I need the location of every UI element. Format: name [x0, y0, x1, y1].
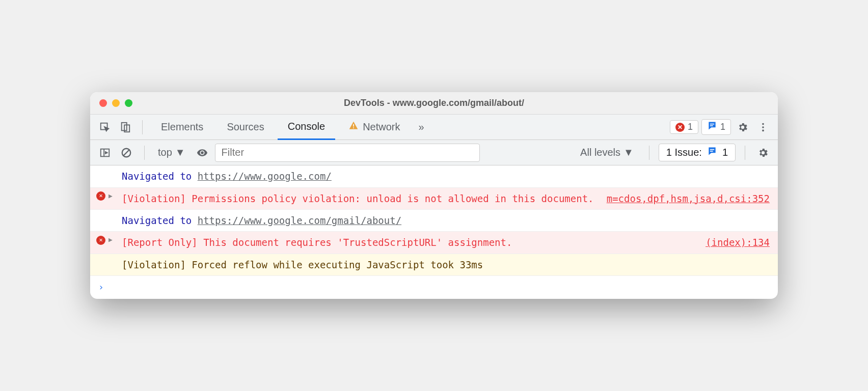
navigation-message: Navigated to https://www.google.com/: [90, 165, 778, 187]
svg-rect-4: [353, 127, 354, 128]
nav-url[interactable]: https://www.google.com/gmail/about/: [198, 215, 401, 226]
error-count: 1: [688, 122, 693, 132]
expand-toggle-icon[interactable]: ▶: [108, 191, 113, 202]
tab-network-label: Network: [363, 121, 400, 133]
tab-console[interactable]: Console: [278, 115, 335, 140]
tab-sources[interactable]: Sources: [216, 115, 274, 140]
error-text: [Report Only] This document requires 'Tr…: [122, 235, 695, 250]
more-tabs-button[interactable]: »: [414, 115, 429, 140]
navigation-message: Navigated to https://www.google.com/gmai…: [90, 210, 778, 232]
error-icon: ✕: [675, 123, 685, 132]
source-link[interactable]: m=cdos,dpf,hsm,jsa,d,csi:352: [607, 191, 770, 206]
main-tabbar: Elements Sources Console Network » ✕ 1 1: [90, 115, 778, 140]
maximize-window-button[interactable]: [125, 99, 132, 107]
inspect-element-icon[interactable]: [96, 119, 114, 136]
error-message: ✕ ▶ [Report Only] This document requires…: [90, 232, 778, 254]
nav-prefix: Navigated to: [122, 215, 198, 226]
separator: [745, 146, 745, 160]
traffic-lights: [99, 99, 132, 107]
error-icon: ✕: [96, 191, 105, 201]
separator: [144, 146, 145, 160]
console-toolbar: top ▼ All levels ▼ 1 Issue: 1: [90, 140, 778, 165]
svg-point-7: [762, 123, 764, 125]
clear-console-icon[interactable]: [118, 144, 135, 161]
warning-text: [Violation] Forced reflow while executin…: [122, 257, 770, 272]
titlebar: DevTools - www.google.com/gmail/about/: [90, 92, 778, 115]
chevron-down-icon: ▼: [623, 147, 634, 158]
execution-context-selector[interactable]: top ▼: [154, 147, 189, 158]
levels-label: All levels: [580, 147, 620, 158]
svg-rect-5: [710, 124, 714, 125]
error-count-badge[interactable]: ✕ 1: [670, 120, 698, 134]
svg-point-8: [762, 126, 764, 128]
svg-rect-6: [710, 125, 713, 126]
window-title: DevTools - www.google.com/gmail/about/: [90, 98, 778, 108]
minimize-window-button[interactable]: [112, 99, 120, 107]
error-message: ✕ ▶ [Violation] Permissions policy viola…: [90, 188, 778, 210]
sidebar-toggle-icon[interactable]: [96, 144, 114, 161]
svg-rect-12: [710, 149, 714, 150]
issues-button[interactable]: 1 Issue: 1: [659, 144, 736, 161]
filter-input[interactable]: [215, 144, 480, 162]
tab-network[interactable]: Network: [338, 115, 410, 140]
settings-icon[interactable]: [734, 119, 751, 136]
source-link[interactable]: (index):134: [706, 235, 770, 250]
message-count: 1: [720, 122, 725, 132]
svg-rect-13: [710, 151, 713, 152]
expand-toggle-icon[interactable]: ▶: [108, 235, 113, 245]
log-levels-selector[interactable]: All levels ▼: [574, 147, 640, 158]
issues-count: 1: [722, 147, 728, 158]
error-text: [Violation] Permissions policy violation…: [122, 191, 596, 206]
tab-elements[interactable]: Elements: [151, 115, 213, 140]
message-icon: [707, 121, 717, 133]
live-expression-icon[interactable]: [194, 144, 211, 161]
console-log-area: Navigated to https://www.google.com/ ✕ ▶…: [90, 165, 778, 299]
nav-url[interactable]: https://www.google.com/: [198, 171, 332, 182]
message-icon: [707, 146, 717, 159]
nav-prefix: Navigated to: [122, 171, 198, 182]
warning-icon: [348, 121, 359, 133]
context-label: top: [158, 147, 172, 158]
message-count-badge[interactable]: 1: [701, 119, 731, 135]
console-settings-icon[interactable]: [754, 144, 772, 161]
device-toggle-icon[interactable]: [117, 119, 134, 136]
svg-rect-3: [353, 124, 354, 127]
console-prompt[interactable]: ›: [90, 276, 778, 299]
issues-label: 1 Issue:: [666, 147, 702, 158]
warning-message: [Violation] Forced reflow while executin…: [90, 254, 778, 276]
separator: [649, 146, 649, 160]
error-icon: ✕: [96, 236, 105, 245]
chevron-down-icon: ▼: [175, 147, 185, 158]
devtools-window: DevTools - www.google.com/gmail/about/ E…: [90, 92, 778, 299]
kebab-menu-icon[interactable]: [754, 119, 772, 136]
svg-point-9: [762, 129, 764, 131]
close-window-button[interactable]: [99, 99, 107, 107]
separator: [142, 120, 143, 134]
